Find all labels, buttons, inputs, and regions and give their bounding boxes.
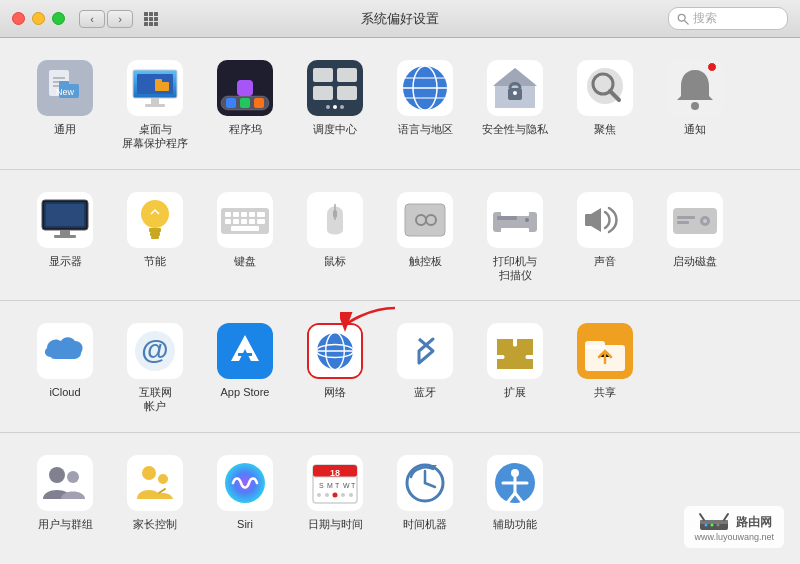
svg-rect-31 <box>254 98 264 108</box>
pref-app-store[interactable]: App Store <box>200 317 290 420</box>
pref-accessibility-label: 辅助功能 <box>493 517 537 531</box>
pref-startup-disk[interactable]: 启动磁盘 <box>650 186 740 289</box>
svg-rect-35 <box>337 68 357 82</box>
pref-spotlight-label: 聚焦 <box>594 122 616 136</box>
svg-rect-118 <box>37 455 93 511</box>
pref-notifications[interactable]: 通知 <box>650 54 740 157</box>
svg-rect-65 <box>150 232 160 236</box>
pref-notifications-label: 通知 <box>684 122 706 136</box>
accessibility-icon <box>487 455 543 511</box>
svg-rect-2 <box>154 12 158 16</box>
forward-button[interactable]: › <box>107 10 133 28</box>
pref-icloud[interactable]: iCloud <box>20 317 110 420</box>
svg-rect-26 <box>155 79 162 83</box>
svg-rect-4 <box>149 17 153 21</box>
pref-printers-scanners[interactable]: 打印机与扫描仪 <box>470 186 560 289</box>
pref-trackpad[interactable]: 触控板 <box>380 186 470 289</box>
mission-control-icon <box>307 60 363 116</box>
title-bar: ‹ › 系统偏好设置 搜索 <box>0 0 800 38</box>
pref-siri-label: Siri <box>237 517 253 531</box>
pref-date-time-label: 日期与时间 <box>308 517 363 531</box>
grid-view-button[interactable] <box>143 11 159 27</box>
close-button[interactable] <box>12 12 25 25</box>
svg-rect-77 <box>249 219 255 224</box>
dock-icon <box>217 60 273 116</box>
pref-energy-saver[interactable]: 节能 <box>110 186 200 289</box>
pref-spotlight[interactable]: 聚焦 <box>560 54 650 157</box>
svg-point-125 <box>225 463 265 503</box>
svg-rect-1 <box>149 12 153 16</box>
pref-keyboard[interactable]: 键盘 <box>200 186 290 289</box>
extensions-icon <box>487 323 543 379</box>
svg-rect-106 <box>238 353 252 356</box>
pref-sound[interactable]: 声音 <box>560 186 650 289</box>
pref-accessibility[interactable]: 辅助功能 <box>470 449 560 537</box>
pref-sound-label: 声音 <box>594 254 616 268</box>
svg-rect-8 <box>154 22 158 26</box>
svg-rect-22 <box>151 98 159 104</box>
pref-internet-accounts[interactable]: @ 互联网帐户 <box>110 317 200 420</box>
language-region-icon <box>397 60 453 116</box>
pref-mission-control[interactable]: 调度中心 <box>290 54 380 157</box>
section-internet-wireless: iCloud @ 互联网帐户 <box>0 301 800 433</box>
pref-users-groups-label: 用户与群组 <box>38 517 93 531</box>
app-store-icon <box>217 323 273 379</box>
svg-point-120 <box>67 471 79 483</box>
sound-icon <box>577 192 633 248</box>
general-icon: New <box>37 60 93 116</box>
svg-rect-113 <box>397 323 453 379</box>
svg-text:T: T <box>335 482 340 489</box>
svg-rect-36 <box>313 86 333 100</box>
svg-point-63 <box>141 200 169 228</box>
svg-rect-79 <box>231 226 259 231</box>
pref-security-privacy[interactable]: 安全性与隐私 <box>470 54 560 157</box>
time-machine-icon <box>397 455 453 511</box>
svg-rect-17 <box>59 81 69 86</box>
svg-text:S: S <box>319 482 324 489</box>
svg-point-156 <box>717 524 720 527</box>
pref-mouse-label: 鼠标 <box>324 254 346 268</box>
zoom-button[interactable] <box>52 12 65 25</box>
svg-rect-6 <box>144 22 148 26</box>
svg-rect-64 <box>149 228 161 232</box>
pref-sharing[interactable]: 共享 <box>560 317 650 420</box>
svg-rect-82 <box>333 210 337 218</box>
pref-startup-disk-label: 启动磁盘 <box>673 254 717 268</box>
pref-network[interactable]: 网络 <box>290 317 380 420</box>
svg-point-140 <box>349 493 353 497</box>
pref-dock[interactable]: 程序坞 <box>200 54 290 157</box>
svg-line-157 <box>700 514 704 520</box>
section-system: 用户与群组 家长控制 <box>0 433 800 549</box>
pref-bluetooth[interactable]: 蓝牙 <box>380 317 470 420</box>
users-groups-icon <box>37 455 93 511</box>
pref-date-time[interactable]: 18 S M T W T <box>290 449 380 537</box>
svg-rect-25 <box>155 82 169 91</box>
svg-text:M: M <box>327 482 333 489</box>
spotlight-icon <box>577 60 633 116</box>
pref-siri[interactable]: Siri <box>200 449 290 537</box>
minimize-button[interactable] <box>32 12 45 25</box>
svg-rect-105 <box>217 323 273 379</box>
search-box[interactable]: 搜索 <box>668 7 788 30</box>
printers-scanners-icon <box>487 192 543 248</box>
svg-line-158 <box>724 514 728 520</box>
back-button[interactable]: ‹ <box>79 10 105 28</box>
pref-mission-control-label: 调度中心 <box>313 122 357 136</box>
pref-desktop-screensaver[interactable]: 桌面与屏幕保护程序 <box>110 54 200 157</box>
svg-point-137 <box>325 493 329 497</box>
pref-security-privacy-label: 安全性与隐私 <box>482 122 548 136</box>
sharing-icon <box>577 323 633 379</box>
pref-parental-controls[interactable]: 家长控制 <box>110 449 200 537</box>
pref-displays[interactable]: 显示器 <box>20 186 110 289</box>
pref-users-groups[interactable]: 用户与群组 <box>20 449 110 537</box>
internet-accounts-icon: @ <box>127 323 183 379</box>
pref-mouse[interactable]: 鼠标 <box>290 186 380 289</box>
pref-time-machine[interactable]: 时间机器 <box>380 449 470 537</box>
pref-general[interactable]: New 通用 <box>20 54 110 157</box>
energy-saver-icon <box>127 192 183 248</box>
bluetooth-icon <box>397 323 453 379</box>
watermark: 路由网 www.luyouwang.net <box>684 506 784 548</box>
pref-extensions[interactable]: 扩展 <box>470 317 560 420</box>
pref-language-region[interactable]: 语言与地区 <box>380 54 470 157</box>
svg-text:T: T <box>351 482 356 489</box>
